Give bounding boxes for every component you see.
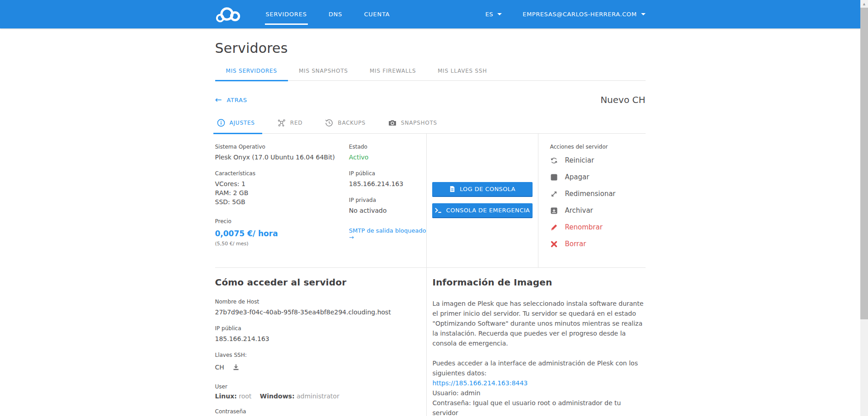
back-row: ← ATRAS Nuevo CH [215, 94, 646, 105]
action-borrar[interactable]: Borrar [550, 240, 646, 248]
history-icon [325, 119, 333, 127]
linux-label: Linux: [215, 393, 237, 400]
tab-mis-snapshots[interactable]: MIS SNAPSHOTS [288, 68, 359, 80]
nav-cuenta[interactable]: CUENTA [363, 9, 391, 19]
chevron-down-icon [641, 13, 646, 15]
main-content: Servidores MIS SERVIDORES MIS SNAPSHOTS … [215, 40, 646, 416]
nav-dns[interactable]: DNS [328, 9, 343, 19]
top-navigation-bar: SERVIDORES DNS CUENTA ES EMPRESAS@CARLOS… [0, 0, 860, 28]
tab-snapshots[interactable]: SNAPSHOTS [387, 116, 439, 133]
action-renombrar[interactable]: Renombrar [550, 223, 646, 231]
private-ip-value: No activado [349, 206, 426, 215]
image-info-paragraph-2: Puedes acceder a la interface de adminis… [433, 358, 646, 378]
user-values: Linux: root Windows: administrator [215, 393, 413, 400]
back-label: ATRAS [226, 97, 247, 103]
ssh-key-name: CH [215, 364, 224, 371]
back-arrow-icon: ← [215, 96, 222, 104]
image-info-section: Información de Imagen La imagen de Plesk… [427, 268, 646, 416]
action-reiniciar[interactable]: Reiniciar [550, 156, 646, 164]
plesk-password-line: Contraseña: Igual que el usuario root o … [433, 398, 646, 416]
scrollbar-up-arrow[interactable]: ▲ [860, 0, 868, 8]
vertical-scrollbar[interactable]: ▲ [860, 0, 868, 416]
tab-red[interactable]: RED [276, 116, 305, 133]
tab-ajustes[interactable]: AJUSTES [215, 116, 257, 133]
tab-mis-firewalls[interactable]: MIS FIREWALLS [359, 68, 427, 80]
nav-servidores[interactable]: SERVIDORES [265, 9, 308, 19]
tab-backups[interactable]: BACKUPS [323, 116, 367, 133]
price-per-hour: 0,0075 €/ hora [215, 229, 349, 238]
tab-mis-servidores[interactable]: MIS SERVIDORES [215, 68, 288, 80]
price-group: Precio 0,0075 €/ hora (5,50 €/ mes) [215, 218, 349, 247]
action-label: Redimensionar [565, 190, 616, 198]
emergency-console-button[interactable]: CONSOLA DE EMERGENCIA [432, 203, 533, 218]
status-label: Estado [349, 144, 426, 150]
chevron-down-icon [497, 13, 502, 15]
account-email: EMPRESAS@CARLOS-HERRERA.COM [523, 11, 637, 18]
main-nav: SERVIDORES DNS CUENTA [265, 0, 411, 28]
features-group: Características VCores: 1 RAM: 2 GB SSD:… [215, 170, 349, 206]
network-icon [278, 119, 286, 127]
ssh-keys-group: Llaves SSH: CH [215, 352, 413, 371]
linux-user: root [239, 393, 251, 400]
os-group: Sistema Operativo Plesk Onyx (17.0 Ubunt… [215, 144, 349, 162]
smtp-blocked-link[interactable]: SMTP de salida bloqueado → [349, 227, 426, 241]
account-menu[interactable]: EMPRESAS@CARLOS-HERRERA.COM [523, 11, 645, 18]
tab-mis-llaves-ssh[interactable]: MIS LLAVES SSH [427, 68, 498, 80]
user-group: User Linux: root Windows: administrator [215, 383, 413, 400]
action-label: Archivar [565, 206, 593, 215]
action-redimensionar[interactable]: Redimensionar [550, 190, 646, 198]
feature-vcores: VCores: 1 [215, 179, 349, 188]
language-label: ES [485, 11, 493, 18]
power-off-icon [550, 173, 558, 181]
status-value: Activo [349, 153, 426, 162]
access-section: Cómo acceder al servidor Nombre de Host … [215, 268, 427, 416]
private-ip-label: IP privada [349, 197, 426, 203]
page-title: Servidores [215, 40, 646, 56]
resize-icon [550, 190, 558, 198]
access-public-ip-group: IP pública 185.166.214.163 [215, 325, 413, 343]
hostname-value: 27b7d9e3-f04c-40ab-95f8-35ea4bf8e294.clo… [215, 308, 413, 317]
ssh-keys-label: Llaves SSH: [215, 352, 413, 358]
console-log-button[interactable]: LOG DE CONSOLA [432, 182, 533, 197]
action-label: Borrar [565, 240, 586, 248]
action-label: Apagar [565, 173, 590, 181]
status-group: Estado Activo [349, 144, 426, 162]
public-ip-label: IP pública [215, 325, 413, 332]
terminal-icon [434, 207, 442, 213]
price-label: Precio [215, 218, 349, 224]
os-value: Plesk Onyx (17.0 Ubuntu 16.04 64Bit) [215, 153, 349, 162]
download-icon[interactable] [232, 364, 240, 371]
plesk-user-line: Usuario: admin [433, 388, 646, 398]
action-apagar[interactable]: Apagar [550, 173, 646, 181]
public-ip-label: IP pública [349, 170, 426, 177]
windows-label: Windows: [260, 393, 295, 400]
tab-label: BACKUPS [338, 120, 365, 126]
feature-ssd: SSD: 5GB [215, 197, 349, 206]
public-ip-value: 185.166.214.163 [215, 334, 413, 343]
language-selector[interactable]: ES [485, 11, 502, 18]
action-archivar[interactable]: Archivar [550, 206, 646, 215]
document-icon [449, 186, 456, 192]
console-buttons-column: LOG DE CONSOLA CONSOLA DE EMERGENCIA [427, 134, 538, 267]
server-details-section: Sistema Operativo Plesk Onyx (17.0 Ubunt… [215, 134, 646, 268]
server-actions-column: Acciones del servidor Reiniciar Apagar [538, 134, 646, 267]
button-label: LOG DE CONSOLA [460, 186, 515, 192]
section-tabs: MIS SERVIDORES MIS SNAPSHOTS MIS FIREWAL… [215, 68, 646, 81]
archive-icon [550, 207, 558, 215]
back-link[interactable]: ← ATRAS [215, 96, 247, 104]
tab-label: SNAPSHOTS [401, 120, 437, 126]
password-group: Contraseña ***** [215, 408, 413, 416]
specs-column: Sistema Operativo Plesk Onyx (17.0 Ubunt… [215, 134, 427, 267]
tab-label: AJUSTES [230, 120, 255, 126]
camera-icon [388, 119, 396, 127]
public-ip-group: IP pública 185.166.214.163 [349, 170, 426, 188]
access-title: Cómo acceder al servidor [215, 277, 413, 288]
scrollbar-thumb[interactable] [860, 8, 868, 319]
page: SERVIDORES DNS CUENTA ES EMPRESAS@CARLOS… [0, 0, 860, 416]
plesk-admin-url-link[interactable]: https://185.166.214.163:8443 [433, 379, 528, 387]
pencil-icon [550, 224, 558, 231]
server-name: Nuevo CH [600, 94, 645, 105]
public-ip-value: 185.166.214.163 [349, 179, 426, 188]
button-label: CONSOLA DE EMERGENCIA [446, 207, 530, 214]
clouding-logo[interactable] [215, 5, 241, 23]
